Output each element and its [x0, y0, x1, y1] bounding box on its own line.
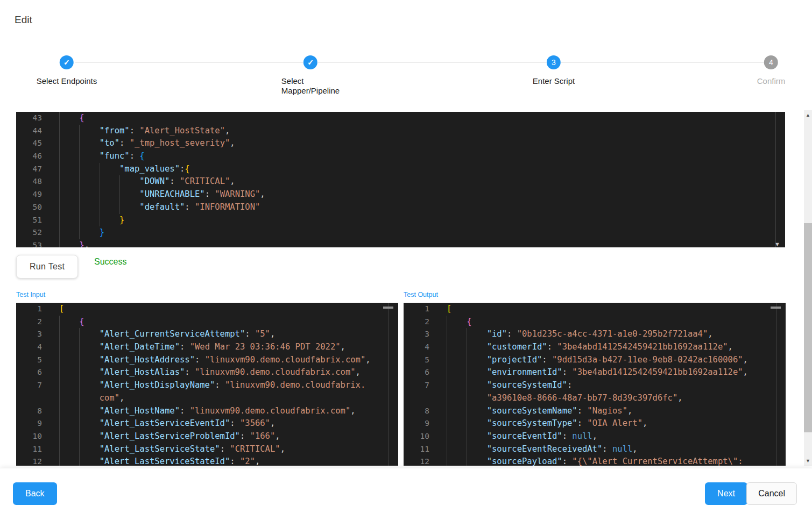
code-text: "to": "_tmp_host_severity",	[59, 137, 785, 150]
edit-wizard-page: Edit ✓Select Endpoints✓SelectMapper/Pipe…	[0, 0, 812, 520]
line-number: 6	[404, 366, 447, 379]
next-button[interactable]: Next	[705, 482, 747, 505]
line-number: 1	[16, 303, 59, 316]
line-number: 4	[404, 341, 447, 354]
code-line: 5 "Alert_HostAddress": "linuxvm90.demo.c…	[16, 354, 398, 367]
code-line: 12 "Alert_LastServiceStateId": "2",	[16, 455, 398, 466]
code-text: "map_values":{	[59, 163, 785, 176]
line-number	[16, 392, 59, 405]
scroll-down-icon[interactable]: ▼	[804, 459, 812, 464]
code-text: "environmentId": "3be4abd1412542459421bb…	[447, 366, 786, 379]
code-text: "sourceSystemName": "Nagios",	[447, 405, 786, 418]
code-text: "DOWN": "CRITICAL",	[59, 175, 785, 188]
editor-scrollbar-track[interactable]	[776, 303, 776, 466]
run-test-button[interactable]: Run Test	[16, 255, 78, 279]
line-number: 7	[16, 379, 59, 392]
code-text: "projectId": "9dd15d3a-b427-11ee-9eb8-02…	[447, 354, 786, 367]
line-number: 5	[16, 354, 59, 367]
line-number: 9	[16, 417, 59, 430]
code-text: "Alert_LastServiceState": "CRITICAL",	[59, 443, 398, 456]
code-text: [	[59, 303, 398, 316]
code-line: 7 "sourceSystemId":	[404, 379, 786, 392]
code-text: {	[59, 112, 785, 125]
code-text: "func": {	[59, 150, 785, 163]
stepper-step-enter-script[interactable]: 3Enter Script	[533, 55, 575, 86]
stepper-connector	[318, 62, 546, 62]
line-number: 53	[16, 239, 59, 247]
editor-scrollbar-track[interactable]	[389, 303, 389, 466]
code-line: 53 },	[16, 239, 785, 247]
code-line: 3 "Alert_CurrentServiceAttempt": "5",	[16, 328, 398, 341]
code-text: "Alert_HostDisplayName": "linuxvm90.demo…	[59, 379, 398, 392]
code-line: 4 "Alert_DateTime": "Wed Mar 23 03:36:46…	[16, 341, 398, 354]
code-text: "sourceEventId": null,	[447, 430, 786, 443]
code-line: 51 }	[16, 214, 785, 227]
code-text: "Alert_DateTime": "Wed Mar 23 03:36:46 P…	[59, 341, 398, 354]
script-code-editor[interactable]: 43 {44 "from": "Alert_HostState",45 "to"…	[16, 112, 785, 247]
test-output-editor[interactable]: 1[2 {3 "id": "0b1d235c-a4cc-4371-a1e0-29…	[404, 303, 786, 466]
code-text: "Alert_HostAddress": "linuxvm90.demo.clo…	[59, 354, 398, 367]
check-icon: ✓	[63, 59, 70, 66]
code-text: "Alert_HostName": "linuxvm90.demo.cloudf…	[59, 405, 398, 418]
line-number: 11	[404, 443, 447, 456]
stepper-step-select-endpoints[interactable]: ✓Select Endpoints	[37, 55, 97, 86]
stepper-connector	[75, 62, 303, 62]
code-text: "id": "0b1d235c-a4cc-4371-a1e0-295b2f721…	[447, 328, 786, 341]
line-number: 3	[404, 328, 447, 341]
stepper-step-select-mapper-pipeline[interactable]: ✓SelectMapper/Pipeline	[281, 55, 340, 96]
code-line: 11 "Alert_LastServiceState": "CRITICAL",	[16, 443, 398, 456]
editor-scrollbar-thumb[interactable]	[771, 307, 781, 309]
scroll-up-icon[interactable]: ▲	[804, 113, 812, 118]
line-number: 4	[16, 341, 59, 354]
stepper-step-confirm[interactable]: 4Confirm	[757, 55, 786, 86]
test-input-editor[interactable]: 1[2 {3 "Alert_CurrentServiceAttempt": "5…	[16, 303, 398, 466]
code-text: "Alert_CurrentServiceAttempt": "5",	[59, 328, 398, 341]
code-text: "Alert_LastServiceEventId": "3566",	[59, 417, 398, 430]
back-button[interactable]: Back	[13, 482, 57, 505]
code-line: 2 {	[404, 316, 786, 329]
line-number: 51	[16, 214, 59, 227]
code-line: 11 "sourceEventReceivedAt": null,	[404, 443, 786, 456]
code-text: [	[447, 303, 786, 316]
code-line: 10 "sourceEventId": null,	[404, 430, 786, 443]
line-number: 2	[16, 316, 59, 329]
test-output-label: Test Output	[404, 291, 438, 298]
stepper: ✓Select Endpoints✓SelectMapper/Pipeline3…	[0, 0, 812, 105]
line-number: 47	[16, 163, 59, 176]
code-line: 6 "environmentId": "3be4abd1412542459421…	[404, 366, 786, 379]
content-scrollbar-thumb[interactable]	[804, 223, 812, 432]
line-number: 8	[16, 405, 59, 418]
code-line: 8 "Alert_HostName": "linuxvm90.demo.clou…	[16, 405, 398, 418]
code-text: "sourceEventReceivedAt": null,	[447, 443, 786, 456]
line-number: 12	[16, 455, 59, 466]
code-line: 46 "func": {	[16, 150, 785, 163]
cancel-button[interactable]: Cancel	[746, 482, 797, 505]
code-text: "default": "INFORMATION"	[59, 201, 785, 214]
step-check-icon: ✓	[303, 55, 317, 69]
code-line: 47 "map_values":{	[16, 163, 785, 176]
check-icon: ✓	[307, 59, 314, 66]
code-text: {	[59, 316, 398, 329]
code-line: 7 "Alert_HostDisplayName": "linuxvm90.de…	[16, 379, 398, 392]
line-number: 2	[404, 316, 447, 329]
step-label: Enter Script	[533, 76, 575, 86]
line-number: 5	[404, 354, 447, 367]
editor-scrollbar-track[interactable]	[775, 112, 776, 247]
code-line: 8 "sourceSystemName": "Nagios",	[404, 405, 786, 418]
step-check-icon: ✓	[60, 55, 74, 69]
editor-scrollbar-thumb[interactable]	[383, 307, 393, 309]
code-line: com",	[16, 392, 398, 405]
line-number: 8	[404, 405, 447, 418]
code-line: 48 "DOWN": "CRITICAL",	[16, 175, 785, 188]
line-number: 43	[16, 112, 59, 125]
line-number: 6	[16, 366, 59, 379]
scroll-down-icon[interactable]: ▼	[774, 241, 780, 247]
line-number: 49	[16, 188, 59, 201]
code-text: "sourcePayload": "{\"Alert_CurrentServic…	[447, 455, 786, 466]
code-line: 6 "Alert_HostAlias": "linuxvm90.demo.clo…	[16, 366, 398, 379]
line-number: 12	[404, 455, 447, 466]
code-text: "sourceSystemType": "OIA Alert",	[447, 417, 786, 430]
content-scrollbar[interactable]: ▲ ▼	[804, 110, 812, 466]
step-label: Select Endpoints	[37, 76, 97, 86]
line-number: 10	[404, 430, 447, 443]
